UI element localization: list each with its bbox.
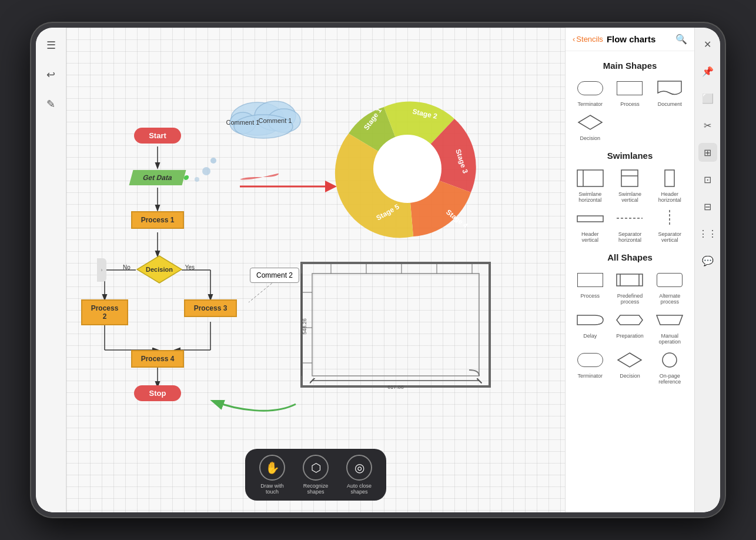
recognize-shapes-icon: ⬡ bbox=[303, 455, 329, 481]
hierarchy-icon[interactable]: ⋮⋮ bbox=[698, 224, 717, 243]
shape-all-terminator[interactable]: Terminator bbox=[573, 349, 608, 385]
undo-icon[interactable]: ↩ bbox=[42, 65, 61, 84]
bottom-toolbar: ✋ Draw with touch ⬡ Recognize shapes ◎ A… bbox=[245, 449, 386, 501]
right-panel: ‹ Stencils Flow charts 🔍 Main Shapes Ter… bbox=[565, 28, 694, 512]
svg-point-16 bbox=[195, 177, 199, 182]
blueprint: 617.86 548.26 bbox=[296, 257, 496, 395]
svg-text:548.26: 548.26 bbox=[302, 318, 307, 335]
menu-icon[interactable]: ☰ bbox=[42, 36, 61, 55]
svg-rect-31 bbox=[302, 263, 490, 386]
shape-predefined-process[interactable]: Predefined process bbox=[613, 269, 648, 305]
shape-swimlane-h[interactable]: Swimlane horizontal bbox=[573, 168, 608, 203]
shape-decision[interactable]: Decision bbox=[573, 112, 608, 141]
auto-close-icon: ◎ bbox=[346, 455, 372, 481]
shape-manual-operation[interactable]: Manual operation bbox=[652, 309, 687, 345]
shape-header-h[interactable]: Header horizontal bbox=[652, 168, 687, 203]
recognize-shapes-button[interactable]: ⬡ Recognize shapes bbox=[298, 455, 333, 495]
left-sidebar: ☰ ↩ ✎ bbox=[36, 28, 66, 512]
search-button[interactable]: 🔍 bbox=[675, 34, 687, 45]
svg-rect-53 bbox=[577, 216, 603, 222]
svg-marker-59 bbox=[617, 315, 643, 325]
all-shapes-title: All Shapes bbox=[573, 252, 687, 262]
pen-icon[interactable]: ✎ bbox=[42, 95, 61, 114]
svg-point-14 bbox=[210, 158, 216, 164]
tablet-screen: ☰ ↩ ✎ › bbox=[36, 28, 720, 512]
panel-content: Main Shapes Terminator Process Do bbox=[566, 51, 694, 512]
swimlanes-title: Swimlanes bbox=[573, 151, 687, 161]
svg-marker-47 bbox=[578, 115, 602, 129]
shape-process[interactable]: Process bbox=[613, 78, 648, 107]
svg-point-25 bbox=[373, 135, 441, 203]
comment-icon[interactable]: 💬 bbox=[698, 251, 717, 270]
tablet-frame: ☰ ↩ ✎ › bbox=[31, 23, 725, 517]
chevron-left-icon: ‹ bbox=[573, 35, 575, 44]
scissors-icon[interactable]: ✂ bbox=[698, 116, 717, 135]
main-shapes-title: Main Shapes bbox=[573, 61, 687, 71]
shape-header-v[interactable]: Header vertical bbox=[573, 208, 608, 243]
auto-close-shapes-button[interactable]: ◎ Auto close shapes bbox=[342, 455, 377, 495]
close-icon[interactable]: ✕ bbox=[698, 35, 717, 54]
shape-terminator[interactable]: Terminator bbox=[573, 78, 608, 107]
recognize-shapes-label: Recognize shapes bbox=[298, 483, 333, 495]
shape-separator-h[interactable]: Separator horizontal bbox=[613, 208, 648, 243]
shape-all-process[interactable]: Process bbox=[573, 269, 608, 305]
svg-rect-52 bbox=[665, 170, 674, 186]
svg-text:617.86: 617.86 bbox=[387, 384, 404, 390]
flowchart-process4: Process 4 bbox=[131, 350, 184, 368]
draw-touch-label: Draw with touch bbox=[255, 483, 290, 495]
flowchart-comment2: Comment 2 bbox=[250, 268, 299, 283]
shape-separator-v[interactable]: Separator vertical bbox=[652, 208, 687, 243]
shape-swimlane-v[interactable]: Swimlane vertical bbox=[613, 168, 648, 203]
apple-pencil bbox=[212, 23, 447, 26]
right-side-icons: ✕ 📌 ⬜ ✂ ⊞ ⊡ ⊟ ⋮⋮ 💬 bbox=[694, 28, 720, 512]
pin-icon[interactable]: 📌 bbox=[698, 62, 717, 81]
layers-icon[interactable]: ⊟ bbox=[698, 197, 717, 216]
svg-marker-61 bbox=[618, 353, 641, 367]
swimlanes-grid: Swimlane horizontal Swimlane vertical He… bbox=[573, 168, 687, 243]
svg-rect-48 bbox=[577, 170, 603, 186]
draw-touch-icon: ✋ bbox=[259, 455, 285, 481]
flowchart-start: Start bbox=[134, 128, 181, 144]
flowchart-stop: Stop bbox=[134, 385, 181, 401]
back-label: Stencils bbox=[576, 35, 603, 44]
shape-all-decision[interactable]: Decision bbox=[613, 349, 648, 385]
draw-with-touch-button[interactable]: ✋ Draw with touch bbox=[255, 455, 290, 495]
grid-icon[interactable]: ⊞ bbox=[698, 143, 717, 162]
canvas-area[interactable]: › bbox=[66, 28, 565, 512]
flowchart-getdata: Get Data bbox=[129, 170, 186, 185]
svg-point-15 bbox=[202, 167, 210, 175]
svg-text:Decision: Decision bbox=[146, 266, 173, 273]
all-shapes-grid: Process Predefined process bbox=[573, 269, 687, 385]
cycle-diagram: Stage 1 Stage 2 Stage 3 Stage 4 Stage 5 bbox=[325, 86, 490, 254]
auto-close-label: Auto close shapes bbox=[342, 483, 377, 495]
shape-document[interactable]: Document bbox=[652, 78, 687, 107]
svg-rect-32 bbox=[312, 274, 479, 376]
flowchart-process2: Process 2 bbox=[81, 299, 128, 325]
flowchart-process1: Process 1 bbox=[131, 211, 184, 229]
back-to-stencils-button[interactable]: ‹ Stencils bbox=[573, 35, 603, 44]
sidebar-toggle-button[interactable]: › bbox=[97, 258, 106, 282]
flowchart-process3: Process 3 bbox=[184, 299, 237, 317]
panel-title: Flow charts bbox=[607, 34, 672, 44]
frame-icon[interactable]: ⬜ bbox=[698, 89, 717, 108]
svg-line-12 bbox=[249, 281, 275, 302]
cloud-comment: Comment 1 Comment 1 bbox=[225, 86, 307, 142]
shape-delay[interactable]: Delay bbox=[573, 309, 608, 345]
stencil-icon[interactable]: ⊡ bbox=[698, 170, 717, 189]
shape-onpage-reference[interactable]: On-page reference bbox=[652, 349, 687, 385]
svg-marker-60 bbox=[657, 315, 683, 325]
svg-rect-50 bbox=[621, 170, 638, 186]
flowchart-decision-container: Decision No Yes bbox=[136, 255, 183, 286]
shape-preparation[interactable]: Preparation bbox=[613, 309, 648, 345]
main-shapes-grid: Terminator Process Document bbox=[573, 78, 687, 141]
shape-alt-process[interactable]: Alternate process bbox=[652, 269, 687, 305]
panel-header: ‹ Stencils Flow charts 🔍 bbox=[566, 28, 694, 51]
svg-point-62 bbox=[663, 353, 677, 367]
